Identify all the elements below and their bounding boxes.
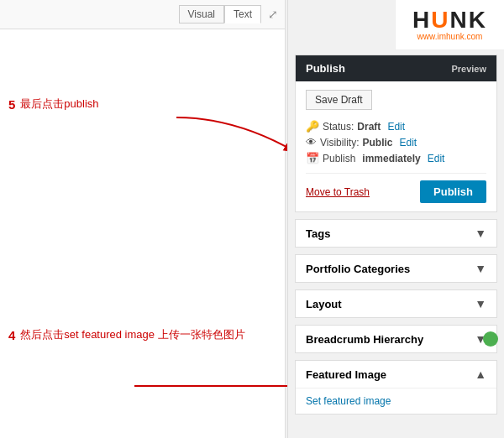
featured-image-label: Featured Image	[306, 368, 386, 381]
publish-title: Publish	[306, 62, 345, 75]
portfolio-categories-box: Portfolio Categories ▼	[295, 254, 497, 283]
visibility-row: 👁 Visibility: Public Edit	[306, 136, 486, 149]
key-icon: 🔑	[306, 120, 319, 133]
layout-box: Layout ▼	[295, 289, 497, 318]
tab-text[interactable]: Text	[224, 5, 261, 23]
publish-time-row: 📅 Publish immediately Edit	[306, 152, 486, 164]
visibility-edit-link[interactable]: Edit	[399, 137, 417, 149]
portfolio-categories-toggle-icon: ▼	[475, 262, 486, 275]
featured-image-body: Set featured image	[296, 388, 496, 414]
status-edit-link[interactable]: Edit	[387, 121, 405, 133]
editor-area: Visual Text ⤢	[0, 0, 286, 438]
step4-text: 然后点击set featured image 上传一张特色图片	[20, 327, 244, 342]
featured-image-box: Featured Image ▲ Set featured image	[295, 360, 497, 415]
status-label: Status:	[323, 121, 354, 133]
tags-header[interactable]: Tags ▼	[296, 220, 496, 247]
sidebar: Publish Preview Save Draft 🔑 Status: Dra…	[287, 0, 504, 438]
tags-box: Tags ▼	[295, 219, 497, 248]
featured-image-toggle-icon: ▲	[475, 368, 486, 381]
publish-header: Publish Preview	[296, 55, 496, 81]
breadcrumb-header[interactable]: Breadcrumb Hierarchy ▼	[296, 326, 496, 352]
breadcrumb-box: Breadcrumb Hierarchy ▼	[295, 325, 497, 353]
eye-icon: 👁	[306, 136, 317, 149]
layout-header[interactable]: Layout ▼	[296, 290, 496, 317]
fullscreen-icon[interactable]: ⤢	[268, 8, 278, 21]
layout-label: Layout	[306, 298, 342, 310]
status-value: Draft	[357, 121, 381, 133]
editor-tabs: Visual Text ⤢	[0, 0, 285, 29]
set-featured-image-link[interactable]: Set featured image	[306, 395, 391, 407]
featured-image-header[interactable]: Featured Image ▲	[296, 361, 496, 388]
calendar-icon: 📅	[306, 152, 319, 164]
editor-content[interactable]	[0, 29, 285, 437]
move-to-trash-link[interactable]: Move to Trash	[306, 186, 370, 198]
portfolio-categories-label: Portfolio Categories	[306, 263, 410, 275]
breadcrumb-label: Breadcrumb Hierarchy	[306, 333, 423, 346]
publish-box: Publish Preview Save Draft 🔑 Status: Dra…	[295, 55, 497, 212]
layout-toggle-icon: ▼	[475, 297, 486, 310]
publish-button[interactable]: Publish	[420, 180, 486, 203]
publish-timing-label: Publish	[323, 153, 355, 164]
tab-visual[interactable]: Visual	[179, 5, 224, 23]
save-draft-button[interactable]: Save Draft	[306, 90, 372, 110]
status-row: 🔑 Status: Draft Edit	[306, 120, 486, 133]
publish-actions: Move to Trash Publish	[306, 173, 486, 203]
portfolio-categories-header[interactable]: Portfolio Categories ▼	[296, 255, 496, 282]
annotation-step4: 4 然后点击set featured image 上传一张特色图片	[8, 327, 245, 342]
hunk-url: www.imhunk.com	[417, 32, 483, 41]
publish-timing-value: immediately	[362, 153, 420, 164]
step5-number: 5	[8, 97, 15, 112]
visibility-value: Public	[362, 137, 392, 149]
visibility-label: Visibility:	[320, 137, 359, 149]
tags-toggle-icon: ▼	[475, 227, 486, 240]
step5-text: 最后点击publish	[20, 96, 98, 112]
publish-time-edit-link[interactable]: Edit	[428, 153, 445, 164]
hunk-logo: HUNK www.imhunk.com	[395, 0, 504, 50]
preview-button[interactable]: Preview	[451, 64, 486, 74]
hunk-title: HUNK	[412, 8, 487, 32]
step4-number: 4	[8, 328, 15, 342]
tags-label: Tags	[306, 227, 330, 240]
annotation-step5: 5 最后点击publish	[8, 96, 99, 112]
publish-body: Save Draft 🔑 Status: Draft Edit 👁 Visibi…	[296, 81, 496, 211]
green-badge	[483, 331, 498, 347]
